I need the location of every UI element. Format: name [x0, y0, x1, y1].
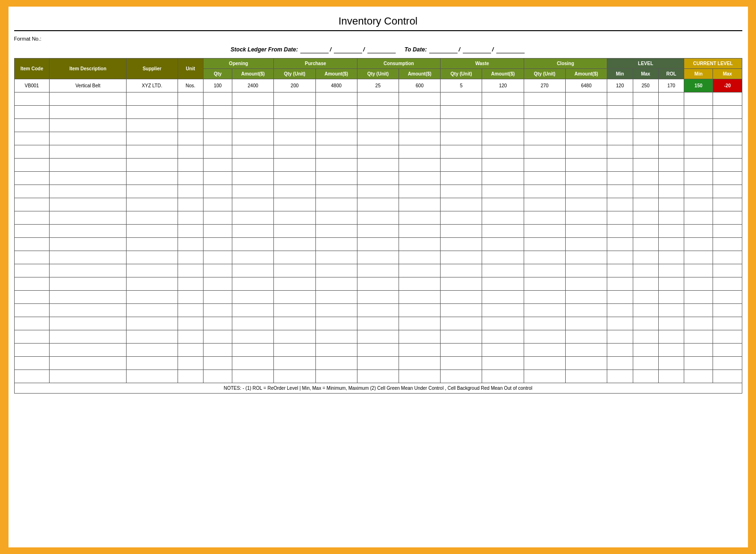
- cell-empty: [50, 145, 127, 159]
- to-date-y[interactable]: [496, 46, 525, 53]
- cell-empty: [713, 145, 742, 159]
- cell-empty: [399, 211, 441, 225]
- cell-empty: [127, 357, 178, 370]
- cell-empty: [203, 264, 232, 277]
- cell-empty: [274, 370, 315, 383]
- col-header-opening: Opening: [203, 59, 273, 69]
- cell-empty: [315, 172, 357, 185]
- cell-empty: [607, 277, 633, 291]
- cell-empty: [315, 330, 357, 344]
- cell-empty: [684, 370, 713, 383]
- cell-empty: [441, 132, 482, 145]
- cell-empty: [399, 317, 441, 330]
- cell-empty: [50, 291, 127, 304]
- cell-empty: [565, 304, 607, 317]
- cell-empty: [607, 198, 633, 211]
- cell-empty: [482, 370, 524, 383]
- cell-empty: [399, 159, 441, 172]
- cell-empty: [274, 330, 315, 344]
- cell-empty: [178, 291, 203, 304]
- cell-empty: [50, 172, 127, 185]
- col-header-itemdesc: Item Description: [50, 59, 127, 79]
- cell-empty: [50, 264, 127, 277]
- cell-empty: [14, 291, 50, 304]
- col-header-waste-qty: Qty (Unit): [441, 69, 482, 79]
- cell-empty: [315, 370, 357, 383]
- cell-empty: [178, 317, 203, 330]
- cell-empty: [684, 145, 713, 159]
- cell-empty: [14, 277, 50, 291]
- table-row-empty: [14, 132, 742, 145]
- cell-empty: [315, 344, 357, 357]
- cell-empty: [482, 119, 524, 132]
- cell-consumption-qty: 25: [357, 79, 399, 92]
- cell-empty: [482, 172, 524, 185]
- cell-empty: [14, 370, 50, 383]
- cell-waste-qty: 5: [441, 79, 482, 92]
- cell-empty: [482, 198, 524, 211]
- cell-empty: [441, 211, 482, 225]
- cell-empty: [482, 251, 524, 264]
- cell-empty: [127, 119, 178, 132]
- cell-empty: [482, 291, 524, 304]
- cell-empty: [684, 291, 713, 304]
- cell-empty: [50, 159, 127, 172]
- cell-empty: [658, 344, 684, 357]
- cell-empty: [203, 251, 232, 264]
- cell-empty: [713, 185, 742, 198]
- cell-empty: [203, 317, 232, 330]
- cell-empty: [633, 264, 658, 277]
- cell-empty: [203, 225, 232, 238]
- from-date-m[interactable]: [334, 46, 362, 53]
- cell-empty: [178, 159, 203, 172]
- to-date-d[interactable]: [429, 46, 458, 53]
- cell-empty: [633, 185, 658, 198]
- cell-empty: [50, 370, 127, 383]
- cell-empty: [684, 225, 713, 238]
- to-date-m[interactable]: [463, 46, 491, 53]
- cell-empty: [274, 251, 315, 264]
- cell-empty: [14, 106, 50, 119]
- cell-unit: Nos.: [178, 79, 203, 92]
- cell-empty: [482, 304, 524, 317]
- cell-empty: [203, 145, 232, 159]
- cell-empty: [713, 330, 742, 344]
- cell-empty: [684, 106, 713, 119]
- cell-empty: [713, 238, 742, 251]
- cell-empty: [127, 92, 178, 106]
- cell-empty: [524, 264, 565, 277]
- cell-empty: [127, 172, 178, 185]
- table-row-empty: [14, 251, 742, 264]
- col-header-opening-amount: Amount($): [232, 69, 274, 79]
- table-row-empty: [14, 159, 742, 172]
- cell-empty: [713, 92, 742, 106]
- cell-empty: [684, 132, 713, 145]
- cell-empty: [274, 304, 315, 317]
- cell-empty: [357, 251, 399, 264]
- cell-empty: [232, 185, 274, 198]
- cell-empty: [524, 172, 565, 185]
- cell-empty: [203, 277, 232, 291]
- cell-empty: [178, 330, 203, 344]
- cell-empty: [315, 277, 357, 291]
- from-date-d[interactable]: [300, 46, 329, 53]
- cell-empty: [713, 304, 742, 317]
- cell-empty: [633, 330, 658, 344]
- cell-empty: [274, 92, 315, 106]
- cell-empty: [633, 277, 658, 291]
- cell-empty: [178, 132, 203, 145]
- cell-empty: [524, 106, 565, 119]
- cell-empty: [232, 92, 274, 106]
- cell-empty: [684, 344, 713, 357]
- cell-empty: [232, 238, 274, 251]
- cell-empty: [658, 159, 684, 172]
- cell-empty: [607, 370, 633, 383]
- cell-empty: [524, 357, 565, 370]
- cell-empty: [399, 92, 441, 106]
- cell-empty: [315, 198, 357, 211]
- table-row-empty: [14, 277, 742, 291]
- cell-empty: [633, 238, 658, 251]
- from-date-y[interactable]: [367, 46, 396, 53]
- cell-empty: [607, 119, 633, 132]
- cell-itemdesc: Vertical Belt: [50, 79, 127, 92]
